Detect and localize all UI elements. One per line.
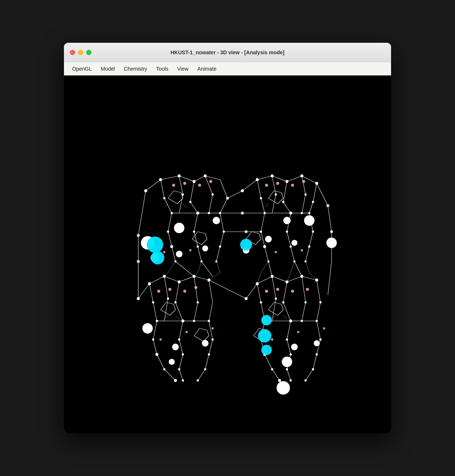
svg-point-223 [152,301,154,303]
3d-viewport[interactable] [64,75,391,433]
svg-point-207 [264,212,266,214]
svg-point-227 [156,320,158,322]
svg-point-302 [265,290,268,293]
title-bar: HKUST-1_nowater - 3D view - [Analysis mo… [64,43,391,62]
svg-point-304 [291,290,294,293]
svg-point-188 [208,212,210,214]
svg-point-314 [297,331,299,333]
svg-point-267 [278,379,281,382]
svg-point-288 [277,381,290,395]
svg-point-310 [159,338,162,341]
svg-point-225 [174,301,177,303]
svg-point-276 [283,217,291,224]
svg-point-352 [226,197,229,200]
svg-point-239 [204,368,206,370]
svg-point-200 [300,174,303,177]
svg-point-298 [157,290,160,293]
svg-rect-0 [64,75,391,433]
svg-point-242 [197,379,199,382]
svg-point-353 [241,212,244,215]
menu-model[interactable]: Model [97,64,119,73]
svg-point-198 [271,174,274,177]
menu-opengl[interactable]: OpenGL [68,64,96,73]
svg-point-317 [151,251,164,264]
svg-point-307 [189,249,191,251]
svg-point-193 [170,245,173,248]
svg-point-195 [219,245,221,248]
svg-point-280 [291,240,297,246]
svg-point-321 [261,345,272,355]
svg-point-300 [183,290,186,293]
svg-point-292 [198,184,201,187]
svg-point-187 [196,212,199,215]
svg-point-295 [276,182,279,185]
svg-point-312 [212,327,214,329]
minimize-button[interactable] [78,50,83,55]
svg-point-311 [185,331,188,333]
svg-point-290 [172,184,175,187]
svg-point-278 [326,238,337,248]
svg-point-183 [182,193,184,196]
svg-point-199 [285,180,288,183]
svg-point-190 [167,231,169,233]
menu-chemistry[interactable]: Chemistry [120,64,151,73]
svg-point-291 [183,182,186,185]
svg-point-268 [290,379,292,382]
menu-tools[interactable]: Tools [152,64,172,73]
svg-point-230 [208,320,210,322]
svg-point-180 [193,180,196,183]
svg-point-250 [275,298,277,300]
svg-point-277 [304,215,314,226]
svg-point-301 [194,286,197,289]
svg-point-218 [148,282,151,285]
svg-point-240 [174,379,177,382]
svg-point-294 [265,184,268,187]
menu-view[interactable]: View [174,64,192,73]
svg-point-243 [245,297,248,300]
svg-point-259 [286,338,288,341]
svg-point-213 [312,231,314,233]
svg-point-184 [189,201,191,203]
svg-point-214 [263,245,266,248]
svg-point-224 [167,298,169,300]
svg-point-204 [282,201,284,203]
svg-point-255 [289,319,292,322]
svg-point-179 [178,174,181,177]
svg-point-344 [215,260,217,263]
svg-point-208 [289,212,292,215]
svg-point-303 [276,288,279,291]
svg-point-241 [182,379,184,382]
svg-point-194 [197,245,199,248]
svg-point-266 [312,368,314,370]
svg-point-260 [319,338,322,341]
svg-point-316 [147,237,163,253]
svg-point-318 [240,239,252,251]
close-button[interactable] [70,50,75,55]
svg-point-197 [256,178,259,181]
svg-point-305 [306,288,309,291]
svg-point-256 [301,320,303,322]
svg-point-351 [330,230,333,233]
molecule-svg [64,75,391,433]
svg-point-269 [304,379,307,382]
traffic-lights [70,50,91,55]
maximize-button[interactable] [86,50,91,55]
menu-bar: OpenGL Model Chemistry Tools View Animat… [64,62,391,75]
svg-point-354 [245,230,248,233]
menu-animate[interactable]: Animate [194,64,220,73]
svg-point-309 [301,249,303,251]
svg-point-237 [163,368,165,370]
app-window: HKUST-1_nowater - 3D view - [Analysis mo… [64,43,391,433]
svg-point-272 [213,217,220,224]
svg-point-262 [290,353,292,356]
svg-point-212 [286,231,288,233]
svg-point-319 [261,315,272,325]
svg-point-202 [260,197,262,199]
svg-point-178 [159,178,162,181]
svg-point-203 [275,193,277,196]
svg-point-236 [208,353,210,356]
svg-point-252 [304,301,307,303]
svg-point-257 [316,320,318,322]
svg-point-350 [326,204,329,207]
svg-point-220 [178,280,181,283]
